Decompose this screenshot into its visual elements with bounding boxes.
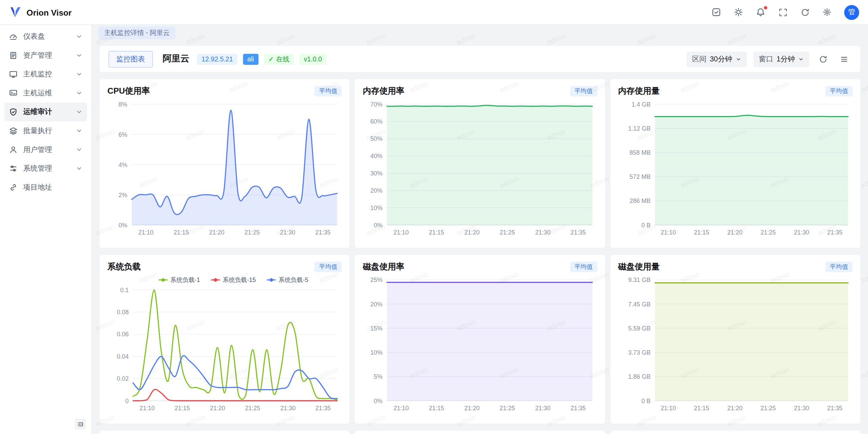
svg-text:20%: 20% bbox=[371, 301, 383, 308]
sidebar-item-batch-exec[interactable]: 批量执行 bbox=[4, 121, 87, 140]
sidebar-item-user-mgmt[interactable]: 用户管理 bbox=[4, 140, 87, 159]
cpu-usage-chart[interactable]: 0%2%4%6%8%21:1021:1521:2021:2521:3021:35 bbox=[107, 97, 342, 238]
sidebar-item-label: 项目地址 bbox=[23, 182, 83, 192]
chevron-down-icon bbox=[735, 56, 741, 62]
svg-text:21:20: 21:20 bbox=[727, 229, 742, 236]
chart-card-memory-amount: 内存使用量平均值 0 B286 MB572 MB858 MB1.12 GB1.4… bbox=[610, 79, 860, 248]
sidebar-item-dashboard[interactable]: 仪表盘 bbox=[4, 27, 87, 46]
svg-text:10%: 10% bbox=[371, 205, 383, 211]
svg-text:60%: 60% bbox=[371, 118, 383, 125]
svg-text:21:25: 21:25 bbox=[760, 229, 775, 236]
chevron-down-icon bbox=[76, 128, 83, 134]
user-avatar[interactable]: 管 bbox=[844, 5, 859, 20]
chart-title: CPU使用率 bbox=[107, 86, 150, 96]
svg-text:1.4 GB: 1.4 GB bbox=[631, 101, 650, 108]
svg-text:21:30: 21:30 bbox=[794, 229, 809, 236]
sidebar-item-label: 资产管理 bbox=[23, 51, 71, 60]
svg-text:21:35: 21:35 bbox=[571, 405, 586, 412]
svg-text:21:15: 21:15 bbox=[694, 405, 709, 412]
monitor-icon bbox=[9, 70, 18, 79]
svg-text:21:30: 21:30 bbox=[280, 229, 295, 236]
avg-badge: 平均值 bbox=[315, 86, 342, 96]
sidebar-collapse-button[interactable] bbox=[75, 418, 86, 430]
memory-usage-rate-chart[interactable]: 0%10%20%30%40%50%60%70%21:1021:1521:2021… bbox=[363, 97, 597, 238]
refresh-icon[interactable] bbox=[800, 7, 810, 17]
app-logo: Orion Visor bbox=[9, 5, 72, 19]
host-ip-tag: 12.92.5.21 bbox=[197, 54, 237, 65]
system-load-chart[interactable]: 00.020.040.060.080.121:1021:1521:2021:25… bbox=[107, 273, 342, 414]
window-select[interactable]: 窗口 1分钟 bbox=[753, 51, 809, 67]
svg-text:858 MB: 858 MB bbox=[629, 149, 650, 156]
svg-text:2%: 2% bbox=[119, 192, 127, 199]
chevron-down-icon bbox=[76, 165, 83, 172]
svg-text:系统负载-5: 系统负载-5 bbox=[278, 277, 308, 283]
chart-title: 内存使用率 bbox=[363, 86, 404, 96]
sidebar-item-label: 批量执行 bbox=[23, 126, 71, 136]
svg-text:21:20: 21:20 bbox=[209, 229, 224, 236]
shield-icon bbox=[9, 108, 18, 116]
chevron-down-icon bbox=[76, 71, 83, 78]
svg-text:21:25: 21:25 bbox=[244, 229, 260, 236]
chart-title: 磁盘使用量 bbox=[618, 262, 659, 272]
chevron-down-icon bbox=[798, 56, 804, 62]
svg-text:21:20: 21:20 bbox=[465, 229, 480, 236]
notifications-bell-icon[interactable] bbox=[756, 7, 766, 17]
toolbar-controls: 区间 30分钟 窗口 1分钟 bbox=[687, 51, 851, 67]
sidebar-item-project-link[interactable]: 项目地址 bbox=[4, 178, 87, 197]
fullscreen-icon[interactable] bbox=[778, 7, 788, 17]
chart-layout-button[interactable] bbox=[837, 52, 851, 66]
logo-mark-icon bbox=[9, 5, 22, 19]
chart-title: 内存使用量 bbox=[618, 86, 659, 96]
svg-text:21:35: 21:35 bbox=[827, 405, 842, 412]
window-label: 窗口 bbox=[759, 54, 773, 64]
page-content: 监控图表 阿里云 12.92.5.21 ali ✓在线 v1.0.0 区间 30… bbox=[92, 40, 868, 434]
chart-card-stub bbox=[610, 431, 860, 434]
memory-usage-amount-chart[interactable]: 0 B286 MB572 MB858 MB1.12 GB1.4 GB21:102… bbox=[618, 97, 852, 238]
user-icon bbox=[9, 145, 18, 154]
svg-text:21:20: 21:20 bbox=[210, 405, 225, 412]
charts-grid: CPU使用率平均值 0%2%4%6%8%21:1021:1521:2021:25… bbox=[100, 79, 860, 434]
host-status-tag: ✓在线 bbox=[264, 54, 294, 65]
sidebar-item-host-ops[interactable]: 主机运维 bbox=[4, 84, 87, 103]
interval-value: 30分钟 bbox=[710, 54, 732, 64]
settings-gear-icon[interactable] bbox=[822, 7, 832, 17]
disk-usage-rate-chart[interactable]: 0%5%10%15%20%25%21:1021:1521:2021:2521:3… bbox=[363, 273, 597, 414]
theme-sun-icon[interactable] bbox=[733, 7, 743, 17]
svg-text:30%: 30% bbox=[371, 170, 383, 177]
chart-card-disk-amount: 磁盘使用量平均值 0 B1.86 GB3.73 GB5.59 GB7.45 GB… bbox=[610, 255, 860, 423]
refresh-charts-button[interactable] bbox=[816, 52, 830, 66]
sidebar-item-host-monitor[interactable]: 主机监控 bbox=[4, 65, 87, 84]
svg-text:5.59 GB: 5.59 GB bbox=[628, 325, 650, 332]
svg-text:21:35: 21:35 bbox=[571, 229, 586, 236]
svg-text:21:35: 21:35 bbox=[315, 405, 331, 412]
svg-text:8%: 8% bbox=[119, 101, 127, 108]
menu-fold-icon bbox=[77, 420, 84, 428]
breadcrumb-tag[interactable]: 主机监控详情 - 阿里云 bbox=[99, 26, 175, 39]
svg-text:21:15: 21:15 bbox=[175, 405, 190, 412]
avg-badge: 平均值 bbox=[570, 86, 597, 96]
svg-text:21:10: 21:10 bbox=[140, 405, 155, 412]
disk-usage-amount-chart[interactable]: 0 B1.86 GB3.73 GB5.59 GB7.45 GB9.31 GB21… bbox=[618, 273, 852, 414]
avg-badge: 平均值 bbox=[825, 262, 852, 272]
host-toolbar: 监控图表 阿里云 12.92.5.21 ali ✓在线 v1.0.0 区间 30… bbox=[100, 46, 860, 72]
overview-icon[interactable] bbox=[711, 7, 721, 17]
notification-badge bbox=[763, 5, 768, 10]
sidebar-item-assets[interactable]: 资产管理 bbox=[4, 46, 87, 65]
sidebar-item-system-mgmt[interactable]: 系统管理 bbox=[4, 159, 87, 178]
svg-text:572 MB: 572 MB bbox=[629, 173, 650, 180]
host-code-tag: ali bbox=[243, 54, 258, 65]
sidebar-item-ops-audit[interactable]: 运维审计 bbox=[4, 102, 87, 121]
terminal-icon bbox=[9, 89, 18, 97]
monitor-charts-button[interactable]: 监控图表 bbox=[108, 51, 153, 67]
document-icon bbox=[9, 51, 18, 60]
interval-select[interactable]: 区间 30分钟 bbox=[687, 51, 747, 67]
svg-text:0 B: 0 B bbox=[641, 222, 650, 229]
sidebar: 仪表盘 资产管理 主机监控 主机运维 运维审计 bbox=[0, 25, 92, 434]
svg-text:21:30: 21:30 bbox=[535, 405, 551, 412]
svg-text:0.06: 0.06 bbox=[117, 331, 129, 338]
app-title: Orion Visor bbox=[26, 7, 72, 17]
svg-text:1.12 GB: 1.12 GB bbox=[628, 125, 650, 132]
avg-badge: 平均值 bbox=[570, 262, 597, 272]
svg-text:3.73 GB: 3.73 GB bbox=[628, 349, 650, 356]
svg-text:21:10: 21:10 bbox=[660, 229, 676, 236]
